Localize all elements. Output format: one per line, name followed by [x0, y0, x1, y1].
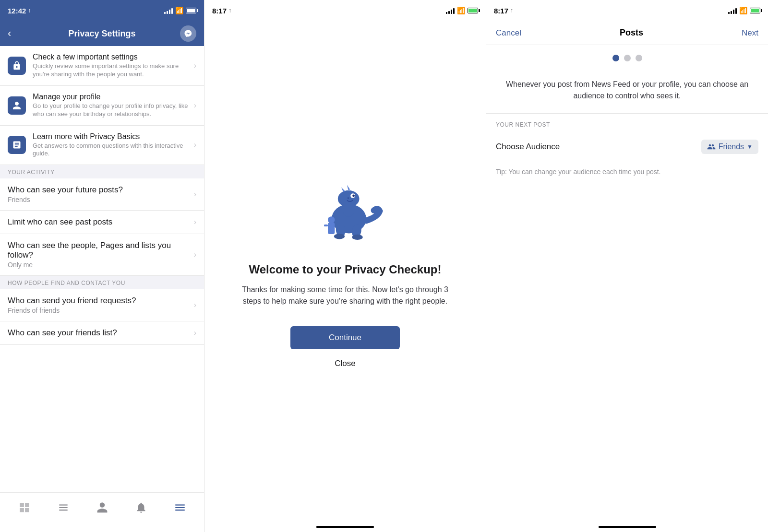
- home-indicator-2: [204, 516, 486, 532]
- home-bar-3: [599, 526, 656, 528]
- future-posts-subtitle: Friends: [8, 196, 194, 203]
- posts-description: Whenever you post from News Feed or your…: [486, 71, 768, 114]
- posts-panel: 8:17 ↑ 📶 Cancel Posts Next Whenever you …: [486, 0, 768, 532]
- messenger-button[interactable]: [180, 25, 196, 42]
- tab-notifications[interactable]: [135, 501, 147, 514]
- future-posts-title: Who can see your future posts?: [8, 185, 194, 195]
- friend-requests-title: Who can send you friend requests?: [8, 296, 194, 306]
- privacy-basics-text: Learn more with Privacy Basics Get answe…: [33, 132, 190, 158]
- status-icons-3: 📶: [728, 7, 760, 14]
- friend-requests-content: Who can send you friend requests? Friend…: [8, 296, 194, 314]
- signal-icon-2: [446, 8, 455, 14]
- chevron-icon-7: ›: [194, 301, 196, 309]
- close-button[interactable]: Close: [335, 359, 355, 368]
- audience-selector[interactable]: Friends ▼: [701, 140, 758, 154]
- limit-posts-title: Limit who can see past posts: [8, 217, 194, 227]
- location-arrow-2: ↑: [228, 7, 231, 14]
- svg-rect-12: [328, 223, 335, 234]
- svg-point-4: [352, 194, 355, 197]
- tab-groups[interactable]: [57, 501, 70, 514]
- next-post-section: YOUR NEXT POST Choose Audience Friends ▼: [486, 114, 768, 160]
- svg-point-13: [328, 216, 335, 223]
- checkup-description: Thanks for making some time for this. No…: [233, 284, 457, 307]
- status-icons-2: 📶: [446, 7, 478, 14]
- svg-point-11: [352, 234, 362, 239]
- tab-menu[interactable]: [174, 501, 186, 514]
- friends-list-item[interactable]: Who can see your friends list? ›: [0, 321, 204, 345]
- audience-row: Choose Audience Friends ▼: [496, 134, 758, 160]
- back-button[interactable]: ‹: [8, 27, 11, 40]
- manage-profile-item[interactable]: Manage your profile Go to your profile t…: [0, 86, 204, 126]
- chevron-icon: ›: [194, 61, 196, 70]
- posts-title: Posts: [620, 28, 643, 38]
- chevron-icon-6: ›: [194, 250, 196, 259]
- status-bar-2: 8:17 ↑ 📶: [204, 0, 486, 21]
- future-posts-content: Who can see your future posts? Friends: [8, 185, 194, 203]
- check-important-settings-item[interactable]: Check a few important settings Quickly r…: [0, 46, 204, 86]
- friend-requests-subtitle: Friends of friends: [8, 307, 194, 314]
- nav-bar-1: ‹ Privacy Settings: [0, 21, 204, 46]
- chevron-icon-2: ›: [194, 101, 196, 110]
- battery-icon-2: [468, 8, 478, 13]
- privacy-checkup-panel: 8:17 ↑ 📶: [204, 0, 486, 532]
- friends-audience-icon: [707, 142, 716, 151]
- chevron-icon-3: ›: [194, 141, 196, 149]
- friend-requests-item[interactable]: Who can send you friend requests? Friend…: [0, 289, 204, 321]
- wifi-icon-1: 📶: [175, 7, 183, 14]
- signal-icon-1: [164, 8, 173, 14]
- svg-marker-7: [347, 185, 350, 189]
- lock-settings-icon: [8, 57, 26, 75]
- check-settings-subtitle: Quickly review some important settings t…: [33, 62, 190, 79]
- next-button[interactable]: Next: [742, 28, 758, 38]
- location-arrow-3: ↑: [510, 7, 513, 14]
- checkup-title: Welcome to your Privacy Checkup!: [249, 263, 441, 276]
- home-indicator-3: [486, 516, 768, 532]
- tip-text: Tip: You can change your audience each t…: [486, 160, 768, 183]
- nav-title-1: Privacy Settings: [68, 29, 135, 39]
- progress-dot-2: [624, 55, 631, 61]
- tab-feed[interactable]: [18, 501, 31, 514]
- checkup-content: Welcome to your Privacy Checkup! Thanks …: [204, 21, 486, 516]
- settings-list: Check a few important settings Quickly r…: [0, 46, 204, 492]
- manage-profile-subtitle: Go to your profile to change your profil…: [33, 102, 190, 118]
- people-pages-item[interactable]: Who can see the people, Pages and lists …: [0, 234, 204, 276]
- continue-button[interactable]: Continue: [290, 326, 400, 349]
- privacy-basics-item[interactable]: Learn more with Privacy Basics Get answe…: [0, 126, 204, 166]
- status-bar-1: 12:42 ↑ 📶: [0, 0, 204, 21]
- profile-icon: [8, 96, 26, 115]
- manage-profile-title: Manage your profile: [33, 93, 190, 101]
- check-settings-text: Check a few important settings Quickly r…: [33, 53, 190, 79]
- limit-past-posts-item[interactable]: Limit who can see past posts ›: [0, 211, 204, 234]
- manage-profile-text: Manage your profile Go to your profile t…: [33, 93, 190, 118]
- status-icons-1: 📶: [164, 7, 196, 14]
- posts-nav-bar: Cancel Posts Next: [486, 21, 768, 45]
- chevron-icon-8: ›: [194, 329, 196, 337]
- wifi-icon-3: 📶: [739, 7, 747, 14]
- svg-point-2: [338, 190, 360, 207]
- location-arrow-1: ↑: [28, 7, 31, 14]
- audience-value: Friends: [719, 142, 744, 151]
- wifi-icon-2: 📶: [457, 7, 465, 14]
- limit-posts-content: Limit who can see past posts: [8, 217, 194, 227]
- privacy-settings-panel: 12:42 ↑ 📶 ‹ Privacy Settings: [0, 0, 204, 532]
- future-posts-item[interactable]: Who can see your future posts? Friends ›: [0, 178, 204, 211]
- status-bar-3: 8:17 ↑ 📶: [486, 0, 768, 21]
- check-settings-title: Check a few important settings: [33, 53, 190, 61]
- time-display-2: 8:17: [212, 7, 227, 15]
- chevron-down-icon: ▼: [747, 143, 753, 150]
- friends-list-content: Who can see your friends list?: [8, 328, 194, 338]
- progress-dot-1: [612, 55, 619, 61]
- progress-indicator: [486, 45, 768, 71]
- home-bar-2: [316, 526, 374, 528]
- svg-marker-6: [341, 187, 345, 192]
- friends-list-title: Who can see your friends list?: [8, 328, 194, 338]
- tab-bar: [0, 492, 204, 532]
- cancel-button[interactable]: Cancel: [496, 28, 521, 38]
- chevron-icon-5: ›: [194, 218, 196, 226]
- time-display-3: 8:17: [494, 7, 508, 15]
- svg-point-5: [348, 197, 349, 199]
- dinosaur-illustration: [307, 169, 384, 248]
- battery-icon-3: [750, 8, 760, 13]
- tab-profile[interactable]: [96, 501, 108, 514]
- progress-dot-3: [636, 55, 642, 61]
